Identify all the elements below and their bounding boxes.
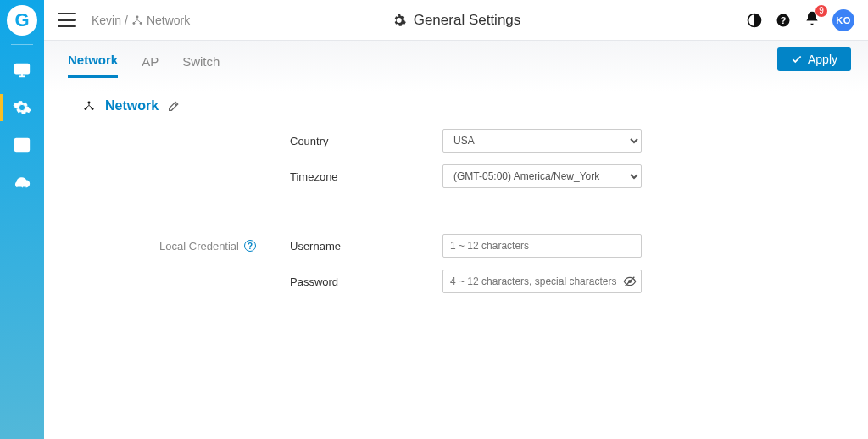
nav-settings[interactable]: [0, 89, 44, 126]
svg-text:?: ?: [781, 15, 787, 25]
gear-icon: [13, 98, 31, 117]
breadcrumb-node[interactable]: Network: [147, 14, 190, 27]
network-icon: [131, 14, 143, 26]
nav-dashboard[interactable]: [0, 52, 44, 89]
tab-ap[interactable]: AP: [142, 54, 159, 77]
tabs: Network AP Switch Apply: [44, 41, 868, 78]
page-title: General Settings: [414, 12, 521, 29]
timezone-select[interactable]: (GMT-05:00) America/New_York: [442, 164, 642, 188]
section-header: Network: [81, 98, 868, 114]
apply-label: Apply: [808, 53, 837, 66]
network-icon: [81, 100, 97, 112]
country-select[interactable]: USA: [442, 129, 642, 153]
cloud-icon: [13, 173, 31, 192]
toggle-password-icon[interactable]: [623, 275, 637, 288]
help-tooltip-icon[interactable]: ?: [244, 240, 256, 252]
monitor-icon: [13, 61, 31, 80]
contrast-icon[interactable]: [746, 12, 763, 29]
svg-point-7: [136, 15, 138, 18]
tab-network[interactable]: Network: [68, 53, 118, 78]
username-input[interactable]: [442, 234, 642, 258]
help-icon[interactable]: ?: [775, 12, 792, 29]
password-label: Password: [290, 275, 442, 288]
avatar[interactable]: KO: [832, 9, 854, 31]
nav-cloud[interactable]: [0, 164, 44, 201]
brand-logo[interactable]: G: [7, 5, 37, 36]
password-input[interactable]: [442, 270, 642, 293]
breadcrumb-user[interactable]: Kevin: [92, 14, 121, 27]
gear-icon: [392, 13, 407, 28]
settings-form: Country USA Timezone (GMT-05:00) America…: [103, 129, 868, 293]
local-credential-label-area: Local Credential ?: [103, 240, 290, 253]
main-content: Network AP Switch Apply Network Country …: [44, 41, 868, 439]
notifications-badge: 9: [815, 5, 827, 17]
topbar: Kevin / Network General Settings ? 9 KO: [44, 0, 868, 41]
timezone-label: Timezone: [290, 170, 442, 183]
edit-icon[interactable]: [167, 99, 181, 113]
breadcrumb: Kevin / Network: [92, 14, 190, 27]
country-label: Country: [290, 135, 442, 147]
svg-point-13: [88, 101, 91, 103]
section-title: Network: [105, 98, 159, 114]
page-title-area: General Settings: [392, 12, 521, 29]
notifications-button[interactable]: 9: [804, 10, 821, 30]
nav-sidebar: G: [0, 0, 44, 439]
menu-toggle[interactable]: [58, 9, 80, 31]
svg-rect-0: [15, 64, 30, 74]
check-icon: [791, 53, 803, 65]
news-icon: [13, 136, 31, 154]
username-label: Username: [290, 240, 442, 253]
local-credential-label: Local Credential: [159, 240, 239, 253]
breadcrumb-sep: /: [125, 14, 128, 27]
apply-button[interactable]: Apply: [777, 47, 851, 71]
nav-reports[interactable]: [0, 126, 44, 164]
tab-switch[interactable]: Switch: [182, 54, 220, 77]
